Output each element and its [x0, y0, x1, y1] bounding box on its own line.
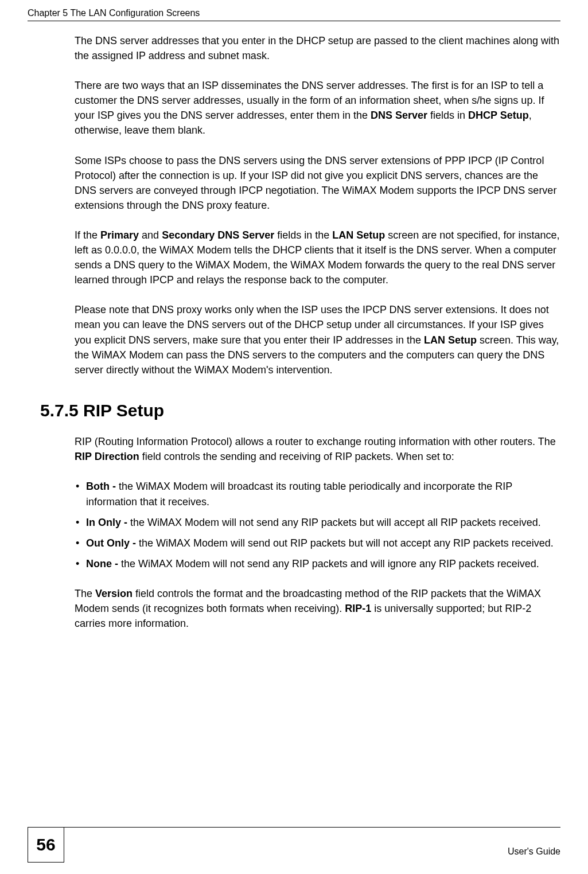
content-area: The DNS server addresses that you enter …	[75, 33, 560, 646]
list-item: Both - the WiMAX Modem will broadcast it…	[75, 479, 560, 509]
body-text: fields in the	[274, 229, 332, 241]
bullet-label: Out Only -	[86, 537, 136, 549]
body-text: The	[75, 588, 95, 599]
section-heading: 5.7.5 RIP Setup	[40, 398, 560, 423]
footer: 56 User's Guide	[28, 827, 560, 859]
bold-text: RIP-1	[345, 603, 371, 614]
body-text: field controls the sending and receiving…	[139, 451, 454, 462]
chapter-header: Chapter 5 The LAN Configuration Screens	[28, 8, 560, 18]
bullet-list: Both - the WiMAX Modem will broadcast it…	[75, 479, 560, 571]
list-item: None - the WiMAX Modem will not send any…	[75, 556, 560, 571]
bold-text: RIP Direction	[75, 451, 139, 462]
footer-rule	[28, 827, 560, 828]
bold-text: LAN Setup	[332, 229, 385, 241]
bullet-text: the WiMAX Modem will not send any RIP pa…	[118, 558, 539, 569]
paragraph: Some ISPs choose to pass the DNS servers…	[75, 153, 560, 213]
bullet-label: Both -	[86, 481, 116, 492]
body-text: If the	[75, 229, 100, 241]
paragraph: The DNS server addresses that you enter …	[75, 33, 560, 63]
bullet-label: In Only -	[86, 517, 127, 528]
body-text: The DNS server addresses that you enter …	[75, 35, 559, 61]
bold-text: DNS Server	[371, 110, 427, 121]
bold-text: LAN Setup	[424, 334, 477, 346]
page-number-box: 56	[28, 827, 64, 863]
bold-text: Secondary DNS Server	[162, 229, 274, 241]
chapter-title: Chapter 5 The LAN Configuration Screens	[28, 8, 200, 18]
bullet-text: the WiMAX Modem will broadcast its routi…	[86, 481, 512, 507]
body-text: RIP (Routing Information Protocol) allow…	[75, 436, 556, 447]
body-text: fields in	[427, 110, 468, 121]
bullet-text: the WiMAX Modem will not send any RIP pa…	[127, 517, 541, 528]
bullet-label: None -	[86, 558, 118, 569]
bullet-text: the WiMAX Modem will send out RIP packet…	[136, 537, 554, 549]
page-number: 56	[36, 835, 55, 855]
paragraph: Please note that DNS proxy works only wh…	[75, 302, 560, 377]
paragraph: RIP (Routing Information Protocol) allow…	[75, 434, 560, 464]
bold-text: Version	[95, 588, 133, 599]
header-rule	[28, 21, 560, 21]
list-item: Out Only - the WiMAX Modem will send out…	[75, 536, 560, 551]
body-text: Some ISPs choose to pass the DNS servers…	[75, 155, 556, 211]
body-text: and	[139, 229, 162, 241]
paragraph: The Version field controls the format an…	[75, 586, 560, 631]
paragraph: If the Primary and Secondary DNS Server …	[75, 228, 560, 287]
page: Chapter 5 The LAN Configuration Screens …	[0, 0, 588, 874]
list-item: In Only - the WiMAX Modem will not send …	[75, 515, 560, 530]
bold-text: DHCP Setup	[468, 110, 529, 121]
bold-text: Primary	[100, 229, 139, 241]
footer-label: User's Guide	[508, 846, 560, 857]
paragraph: There are two ways that an ISP dissemina…	[75, 78, 560, 138]
